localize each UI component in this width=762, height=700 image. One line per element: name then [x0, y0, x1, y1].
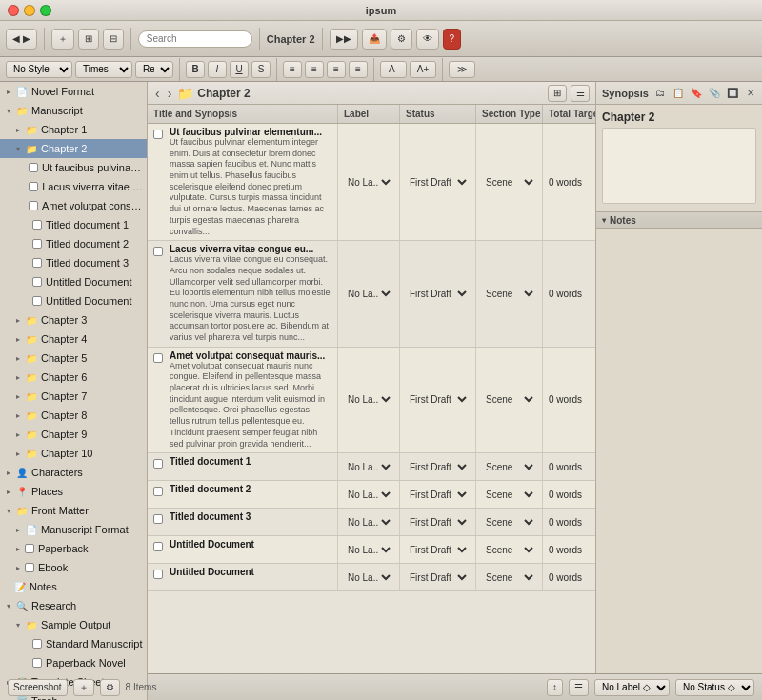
sidebar-item-ch2-doc2[interactable]: Lacus viverra vitae congue eu co... [0, 177, 147, 196]
add-btn[interactable]: ＋ [51, 29, 74, 50]
sectype-select-row8[interactable]: Scene [482, 571, 536, 584]
align-center-btn[interactable]: ≡ [305, 61, 324, 78]
row-checkbox-row5[interactable] [153, 487, 163, 496]
table-row[interactable]: Titled document 1 No La... First Draft S… [148, 453, 595, 481]
italic-btn[interactable]: I [208, 61, 227, 78]
style-select[interactable]: No Style [6, 61, 72, 78]
sidebar-item-chapter-2[interactable]: ▾📁Chapter 2 [0, 139, 147, 158]
status-select-row2[interactable]: First Draft [406, 288, 470, 300]
label-select-row5[interactable]: No La... [344, 489, 393, 501]
sidebar-item-ch2-untitled1[interactable]: Untitled Document [0, 272, 147, 291]
outline-btn[interactable]: ☰ [569, 679, 589, 696]
row-checkbox-row4[interactable] [153, 459, 163, 469]
minimize-button[interactable] [24, 5, 35, 16]
nav-back-btn[interactable]: ‹ [153, 86, 162, 101]
table-row[interactable]: Titled document 3 No La... First Draft S… [148, 509, 595, 536]
align-right-btn[interactable]: ≡ [327, 61, 346, 78]
help-btn[interactable]: ? [443, 29, 462, 50]
sidebar-item-ch2-untitled2[interactable]: Untitled Document [0, 291, 147, 310]
table-row[interactable]: Ut faucibus pulvinar elementum... Ut fau… [148, 124, 595, 241]
row-checkbox-row1[interactable] [153, 130, 163, 139]
sidebar-checkbox-paperback[interactable] [25, 544, 34, 553]
row-status-row5[interactable]: First Draft [400, 481, 476, 508]
sidebar-item-research[interactable]: ▾🔍Research [0, 596, 147, 615]
status-select-row4[interactable]: First Draft [406, 461, 470, 473]
synopsis-icon-5[interactable]: 🔲 [725, 86, 740, 101]
row-sectype-row6[interactable]: Scene [476, 509, 543, 535]
row-sectype-row4[interactable]: Scene [476, 453, 543, 480]
label-select-row7[interactable]: No La... [344, 544, 393, 556]
status-select-row3[interactable]: First Draft [406, 393, 470, 406]
sidebar-item-chapter-9[interactable]: ▸📁Chapter 9 [0, 425, 147, 444]
row-label-row8[interactable]: No La... [338, 564, 400, 590]
outline-toggle-btn[interactable]: ☰ [571, 85, 590, 102]
row-label-row7[interactable]: No La... [338, 536, 400, 563]
sidebar-item-characters[interactable]: ▸👤Characters [0, 463, 147, 482]
row-status-row1[interactable]: First Draft [400, 124, 476, 240]
table-row[interactable]: Untitled Document No La... First Draft S… [148, 536, 595, 564]
row-sectype-row2[interactable]: Scene [476, 241, 543, 347]
table-row[interactable]: Untitled Document No La... First Draft S… [148, 564, 595, 591]
table-row[interactable]: Lacus viverra vitae congue eu... Lacus v… [148, 241, 595, 348]
export-btn[interactable]: 📤 [362, 29, 387, 50]
sidebar-item-front-matter[interactable]: ▾📁Front Matter [0, 501, 147, 520]
sidebar-item-sample-output[interactable]: ▾📁Sample Output [0, 615, 147, 634]
sidebar-item-ebook[interactable]: ▸Ebook [0, 558, 147, 577]
sidebar-item-manuscript[interactable]: ▾📁Manuscript [0, 101, 147, 120]
compile-btn[interactable]: ▶▶ [330, 29, 358, 50]
synopsis-icon-3[interactable]: 🔖 [689, 86, 704, 101]
synopsis-icon-2[interactable]: 📋 [671, 86, 686, 101]
row-sectype-row1[interactable]: Scene [476, 124, 543, 240]
status-select-row1[interactable]: First Draft [406, 176, 470, 189]
align-justify-btn[interactable]: ≡ [349, 61, 368, 78]
sidebar-item-standard-manuscript[interactable]: Standard Manuscript [0, 634, 147, 653]
label-select-row2[interactable]: No La... [344, 288, 393, 300]
sidebar-checkbox-paperback-novel[interactable] [32, 658, 42, 668]
sidebar-item-chapter-4[interactable]: ▸📁Chapter 4 [0, 330, 147, 349]
sidebar-checkbox-ch2-titled1[interactable] [32, 220, 42, 230]
sectype-select-row5[interactable]: Scene [482, 489, 536, 501]
row-checkbox-row6[interactable] [153, 514, 163, 524]
row-label-row4[interactable]: No La... [338, 453, 400, 480]
sidebar-item-manuscript-format[interactable]: ▸📄Manuscript Format [0, 520, 147, 539]
synopsis-icon-1[interactable]: 🗂 [652, 86, 668, 101]
sidebar-checkbox-ch2-untitled2[interactable] [32, 296, 42, 306]
synopsis-icon-4[interactable]: 📎 [707, 86, 722, 101]
sidebar-item-chapter-6[interactable]: ▸📁Chapter 6 [0, 368, 147, 387]
row-sectype-row8[interactable]: Scene [476, 564, 543, 590]
sectype-select-row7[interactable]: Scene [482, 544, 536, 556]
sectype-select-row1[interactable]: Scene [482, 176, 536, 189]
sidebar-item-chapter-1[interactable]: ▸📁Chapter 1 [0, 120, 147, 139]
row-status-row3[interactable]: First Draft [400, 348, 476, 453]
sidebar-item-places[interactable]: ▸📍Places [0, 482, 147, 501]
outliner[interactable]: Title and Synopsis Label Status Section … [148, 105, 595, 673]
row-sectype-row3[interactable]: Scene [476, 348, 543, 453]
row-checkbox-row7[interactable] [153, 542, 163, 551]
row-checkbox-row2[interactable] [153, 247, 163, 256]
sidebar-item-chapter-5[interactable]: ▸📁Chapter 5 [0, 349, 147, 368]
bold-btn[interactable]: B [186, 61, 205, 78]
row-sectype-row7[interactable]: Scene [476, 536, 543, 563]
sidebar-item-notes[interactable]: 📝Notes [0, 577, 147, 596]
row-sectype-row5[interactable]: Scene [476, 481, 543, 508]
sidebar-item-chapter-8[interactable]: ▸📁Chapter 8 [0, 406, 147, 425]
sidebar-item-paperback-novel[interactable]: Paperback Novel [0, 653, 147, 672]
row-status-row6[interactable]: First Draft [400, 509, 476, 535]
screenshot-btn[interactable]: Screenshot [8, 679, 68, 696]
no-status-select[interactable]: No Status ◇ [675, 679, 754, 696]
settings-btn[interactable]: ⚙ [391, 29, 412, 50]
view-btn[interactable]: 👁 [416, 29, 439, 50]
notes-section-header[interactable]: ▾ Notes [596, 211, 762, 229]
sidebar-item-ch2-doc1[interactable]: Ut faucibus pulvinar elementum in... [0, 158, 147, 177]
no-label-select[interactable]: No Label ◇ [594, 679, 670, 696]
table-row[interactable]: Titled document 2 No La... First Draft S… [148, 481, 595, 509]
table-row[interactable]: Amet volutpat consequat mauris... Amet v… [148, 348, 595, 454]
synopsis-close[interactable]: ✕ [743, 86, 758, 101]
sectype-select-row6[interactable]: Scene [482, 516, 536, 529]
label-select-row1[interactable]: No La... [344, 176, 393, 189]
sidebar-checkbox-ch2-doc1[interactable] [29, 163, 38, 172]
nav-forward-btn[interactable]: › [166, 86, 174, 101]
status-select-row6[interactable]: First Draft [406, 516, 470, 529]
sidebar-item-ch2-doc3[interactable]: Amet volutpat consequat mauris n... [0, 196, 147, 215]
font-select[interactable]: Times [75, 61, 132, 78]
